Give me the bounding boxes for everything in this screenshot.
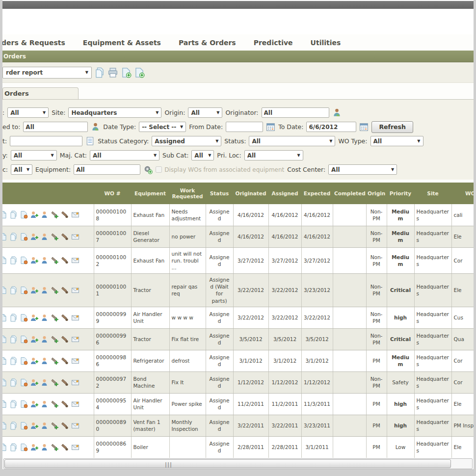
- report-select[interactable]: rder report ▼: [2, 67, 92, 79]
- edit-wo-icon[interactable]: [20, 357, 28, 365]
- equipment-lookup-icon[interactable]: [143, 165, 153, 174]
- assign-user-icon[interactable]: [30, 233, 38, 241]
- parts-icon[interactable]: [61, 378, 69, 387]
- column-header-wo[interactable]: WO #: [94, 183, 131, 204]
- edit-wo-icon[interactable]: [20, 422, 28, 430]
- parts-add-icon[interactable]: [51, 256, 59, 264]
- primary-location-select[interactable]: All▼: [244, 150, 303, 160]
- work-order-row[interactable]: 0000000999Air Handler Unitw w w wAssigne…: [2, 307, 474, 328]
- column-header-work[interactable]: Work Requested: [169, 183, 206, 204]
- wo-doc-icon[interactable]: [2, 314, 7, 322]
- major-category-select[interactable]: All▼: [90, 150, 159, 160]
- wo-doc-icon[interactable]: [2, 357, 7, 365]
- parts-add-icon[interactable]: [51, 357, 59, 365]
- parts-add-icon[interactable]: [51, 211, 59, 219]
- column-header-equipment[interactable]: Equipment: [131, 183, 169, 204]
- edit-wo-icon[interactable]: [20, 256, 28, 264]
- edit-wo-icon[interactable]: [20, 400, 28, 408]
- parts-icon[interactable]: [61, 422, 69, 430]
- user-icon[interactable]: [40, 256, 49, 264]
- email-wo-icon[interactable]: [71, 443, 79, 451]
- email-wo-icon[interactable]: [71, 357, 79, 365]
- wo-doc-icon[interactable]: [2, 256, 7, 264]
- associated-equipment-checkbox-box[interactable]: [156, 166, 162, 173]
- scrollbar-thumb[interactable]: |||: [4, 459, 451, 468]
- assigned-to-input[interactable]: [23, 122, 88, 132]
- user-icon[interactable]: [40, 378, 49, 387]
- work-order-row[interactable]: 0000000890Vent Fan 1 (master)Monthly Ins…: [2, 415, 474, 436]
- parts-add-icon[interactable]: [51, 335, 59, 344]
- status-category-select[interactable]: Assigned▼: [152, 136, 221, 146]
- column-header-originated[interactable]: Originated: [233, 183, 268, 204]
- edit-wo-icon[interactable]: [20, 378, 28, 387]
- user-icon[interactable]: [40, 286, 49, 294]
- user-icon[interactable]: [40, 335, 49, 344]
- edit-wo-icon[interactable]: [20, 233, 28, 241]
- parts-icon[interactable]: [61, 256, 69, 264]
- parts-icon[interactable]: [61, 233, 69, 241]
- edit-wo-icon[interactable]: [20, 314, 28, 322]
- copy-report-icon[interactable]: [94, 67, 105, 78]
- work-order-row[interactable]: 0000001001Tractorrepair qas reqAssigned …: [2, 274, 474, 307]
- assign-user-icon[interactable]: [30, 314, 38, 322]
- list-lookup-icon[interactable]: [85, 136, 95, 146]
- wo-doc-icon[interactable]: [2, 233, 7, 241]
- work-order-row[interactable]: 0000001007Diesel Generatorno powerAssign…: [2, 226, 474, 247]
- wo-doc-icon[interactable]: [2, 443, 7, 451]
- work-order-row[interactable]: 0000000972Bond MachineFix ItAssigned1/12…: [2, 371, 474, 393]
- assign-user-icon[interactable]: [30, 422, 38, 430]
- origin-select[interactable]: All▼: [188, 107, 222, 118]
- user-icon[interactable]: [40, 233, 49, 241]
- priority-select[interactable]: All▼: [11, 150, 57, 160]
- email-wo-icon[interactable]: [71, 335, 79, 344]
- edit-wo-icon[interactable]: [20, 211, 28, 219]
- copy-wo-icon[interactable]: [9, 400, 18, 408]
- status-select[interactable]: All▼: [249, 136, 335, 146]
- parts-icon[interactable]: [61, 286, 69, 294]
- sub-location-select[interactable]: All▼: [11, 164, 32, 175]
- parts-icon[interactable]: [61, 443, 69, 451]
- text-input[interactable]: [10, 136, 82, 146]
- parts-add-icon[interactable]: [51, 400, 59, 408]
- copy-wo-icon[interactable]: [9, 211, 18, 219]
- parts-icon[interactable]: [61, 211, 69, 219]
- wo-doc-icon[interactable]: [2, 400, 7, 408]
- email-wo-icon[interactable]: [71, 256, 79, 264]
- assign-user-icon[interactable]: [30, 211, 38, 219]
- cost-center-select[interactable]: All▼: [328, 164, 397, 175]
- work-order-row[interactable]: 0000001002Exhaust Fanunit will not run. …: [2, 247, 474, 274]
- from-date-input[interactable]: [226, 122, 263, 132]
- email-wo-icon[interactable]: [71, 314, 79, 322]
- parts-add-icon[interactable]: [51, 233, 59, 241]
- assign-user-icon[interactable]: [30, 335, 38, 344]
- email-wo-icon[interactable]: [71, 286, 79, 294]
- user-icon[interactable]: [40, 422, 49, 430]
- parts-icon[interactable]: [61, 335, 69, 344]
- parts-icon[interactable]: [61, 357, 69, 365]
- menu-item-parts-orders[interactable]: Parts & Orders: [179, 39, 236, 47]
- assign-user-icon[interactable]: [30, 443, 38, 451]
- equipment-input[interactable]: [74, 164, 140, 175]
- parts-add-icon[interactable]: [51, 443, 59, 451]
- wo-doc-icon[interactable]: [2, 335, 7, 344]
- user-icon[interactable]: [40, 314, 49, 322]
- work-order-row[interactable]: 0000000869BoilerAssigned2/28/20112/28/20…: [2, 436, 474, 458]
- email-wo-icon[interactable]: [71, 211, 79, 219]
- assign-user-icon[interactable]: [30, 357, 38, 365]
- copy-wo-icon[interactable]: [9, 422, 18, 430]
- parts-icon[interactable]: [61, 400, 69, 408]
- column-header-site[interactable]: Site: [414, 183, 451, 204]
- associated-equipment-checkbox[interactable]: Display WOs from associated equipment: [156, 166, 284, 173]
- parts-add-icon[interactable]: [51, 314, 59, 322]
- menu-item-orders-requests[interactable]: ders & Requests: [2, 39, 65, 47]
- copy-wo-icon[interactable]: [9, 443, 18, 451]
- horizontal-scrollbar[interactable]: |||: [3, 458, 473, 469]
- wo-doc-icon[interactable]: [2, 378, 7, 387]
- wo-type-select[interactable]: All▼: [370, 136, 423, 146]
- tab-work-orders[interactable]: Orders: [2, 87, 79, 99]
- assign-user-icon[interactable]: [30, 378, 38, 387]
- edit-wo-icon[interactable]: [20, 443, 28, 451]
- copy-wo-icon[interactable]: [9, 233, 18, 241]
- email-wo-icon[interactable]: [71, 378, 79, 387]
- calendar-icon[interactable]: [359, 122, 369, 132]
